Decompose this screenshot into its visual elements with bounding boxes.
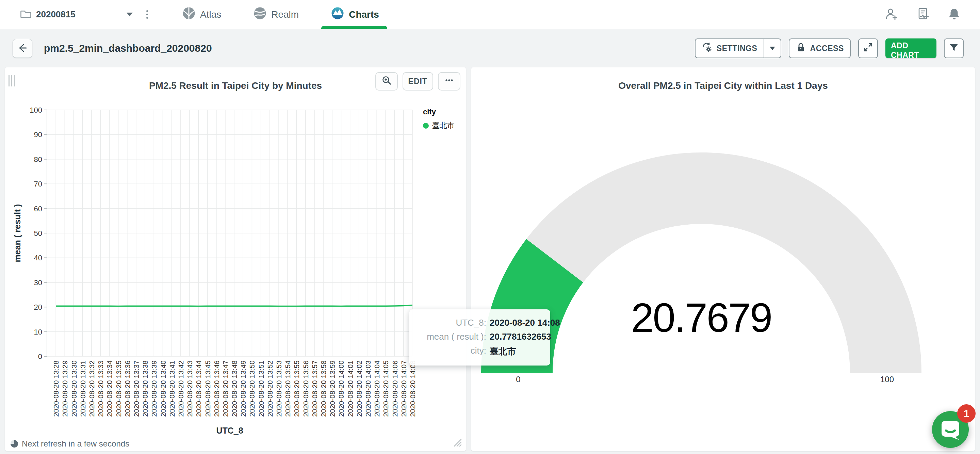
line-chart[interactable]: 2020-08-20 13:282020-08-20 13:292020-08-… — [5, 105, 466, 436]
chart-legend: city 臺北市 — [423, 108, 455, 131]
svg-text:10: 10 — [34, 328, 42, 336]
chat-launcher-button[interactable]: 1 — [931, 411, 969, 449]
svg-text:2020-08-20 13:30: 2020-08-20 13:30 — [70, 360, 78, 417]
gauge-max-label: 100 — [880, 375, 894, 384]
svg-text:2020-08-20 14:05: 2020-08-20 14:05 — [382, 360, 390, 417]
funnel-icon — [949, 42, 959, 54]
svg-text:2020-08-20 13:53: 2020-08-20 13:53 — [275, 360, 283, 417]
zoom-chart-button[interactable] — [375, 72, 398, 91]
legend-entry-label: 臺北市 — [432, 121, 455, 131]
svg-text:2020-08-20 13:50: 2020-08-20 13:50 — [248, 360, 256, 417]
realm-icon — [253, 6, 267, 22]
card-resize-handle[interactable] — [450, 435, 463, 449]
tab-atlas[interactable]: Atlas — [182, 0, 221, 29]
refresh-timer-icon — [11, 440, 18, 448]
svg-text:60: 60 — [34, 204, 42, 213]
charts-icon — [331, 6, 344, 22]
svg-text:2020-08-20 13:28: 2020-08-20 13:28 — [52, 360, 60, 417]
svg-text:2020-08-20 13:56: 2020-08-20 13:56 — [302, 360, 310, 417]
svg-text:30: 30 — [34, 279, 42, 287]
svg-text:2020-08-20 13:35: 2020-08-20 13:35 — [115, 360, 123, 417]
document-pulse-icon — [916, 7, 930, 22]
arrow-left-icon — [17, 42, 28, 55]
svg-text:2020-08-20 13:36: 2020-08-20 13:36 — [124, 360, 131, 417]
svg-text:2020-08-20 13:45: 2020-08-20 13:45 — [204, 360, 212, 417]
settings-button[interactable]: SETTINGS — [695, 38, 764, 58]
svg-text:50: 50 — [34, 229, 42, 237]
svg-text:2020-08-20 13:47: 2020-08-20 13:47 — [221, 360, 229, 417]
svg-text:2020-08-20 14:03: 2020-08-20 14:03 — [364, 360, 372, 417]
expand-icon — [862, 42, 873, 55]
svg-text:2020-08-20 13:37: 2020-08-20 13:37 — [132, 360, 140, 417]
svg-text:2020-08-20 13:41: 2020-08-20 13:41 — [168, 360, 176, 417]
person-add-icon — [885, 7, 898, 22]
project-menu-kebab-icon[interactable] — [144, 8, 150, 21]
svg-text:2020-08-20 13:29: 2020-08-20 13:29 — [61, 360, 69, 417]
notifications-button[interactable] — [947, 7, 961, 22]
project-selector[interactable]: 20200815 — [21, 9, 133, 20]
activity-feed-button[interactable] — [916, 7, 930, 22]
svg-text:2020-08-20 14:07: 2020-08-20 14:07 — [400, 360, 408, 417]
svg-text:40: 40 — [34, 253, 42, 262]
atlas-icon — [182, 6, 196, 22]
project-name: 20200815 — [36, 9, 76, 20]
dashboard-title: pm2.5_2min_dashboard_20200820 — [44, 43, 212, 54]
chart-more-button[interactable] — [438, 72, 460, 91]
dashboard-actions: SETTINGS ACCESS — [695, 38, 964, 58]
chat-unread-badge: 1 — [957, 404, 975, 423]
invite-user-button[interactable] — [885, 7, 898, 22]
fullscreen-button[interactable] — [858, 38, 878, 58]
legend-entry: 臺北市 — [423, 121, 455, 131]
tab-realm[interactable]: Realm — [253, 0, 299, 29]
nav-right-icons — [885, 7, 961, 22]
svg-text:2020-08-20 13:59: 2020-08-20 13:59 — [328, 360, 336, 417]
chart-card-gauge: Overall PM2.5 in Taipei City within Last… — [471, 67, 975, 451]
settings-sync-icon — [702, 42, 713, 55]
bell-icon — [947, 7, 961, 22]
chart-card-line: EDIT PM2.5 Result in Taipei City by Minu… — [5, 67, 466, 451]
svg-text:2020-08-20 14:00: 2020-08-20 14:00 — [337, 360, 345, 417]
svg-text:2020-08-20 13:54: 2020-08-20 13:54 — [284, 360, 292, 417]
back-button[interactable] — [13, 39, 32, 58]
edit-chart-button[interactable]: EDIT — [402, 72, 433, 91]
magnifier-plus-icon — [381, 75, 392, 88]
svg-text:UTC_8: UTC_8 — [216, 426, 243, 435]
svg-text:2020-08-20 13:58: 2020-08-20 13:58 — [320, 360, 327, 417]
svg-text:2020-08-20 13:48: 2020-08-20 13:48 — [231, 360, 238, 417]
gauge-value: 20.7679 — [631, 294, 772, 341]
settings-label: SETTINGS — [717, 44, 757, 53]
tab-charts-label: Charts — [349, 9, 379, 20]
svg-text:0: 0 — [38, 352, 42, 361]
svg-text:2020-08-20 13:43: 2020-08-20 13:43 — [186, 360, 194, 417]
lock-icon — [795, 42, 806, 54]
tab-realm-label: Realm — [271, 9, 299, 20]
svg-text:2020-08-20 13:55: 2020-08-20 13:55 — [293, 360, 301, 417]
legend-dot — [423, 123, 429, 129]
svg-text:2020-08-20 14:06: 2020-08-20 14:06 — [391, 360, 399, 417]
chevron-down-icon[interactable] — [127, 13, 133, 16]
gauge-chart[interactable] — [471, 67, 975, 451]
access-label: ACCESS — [810, 44, 844, 53]
access-button[interactable]: ACCESS — [789, 38, 851, 58]
svg-text:2020-08-20 13:51: 2020-08-20 13:51 — [257, 360, 265, 417]
gauge-min-label: 0 — [516, 375, 520, 384]
chevron-down-icon — [770, 47, 775, 50]
charts-app: 20200815 Atlas — [0, 0, 980, 454]
ellipsis-icon — [444, 75, 455, 88]
svg-text:2020-08-20 13:32: 2020-08-20 13:32 — [88, 360, 95, 417]
settings-dropdown-button[interactable] — [764, 38, 781, 58]
svg-text:2020-08-20 14:04: 2020-08-20 14:04 — [373, 360, 381, 417]
svg-text:2020-08-20 13:33: 2020-08-20 13:33 — [97, 360, 105, 417]
svg-text:90: 90 — [34, 131, 42, 139]
legend-title: city — [423, 108, 455, 116]
refresh-status-bar: Next refresh in a few seconds — [5, 436, 466, 451]
filter-button[interactable] — [944, 38, 964, 58]
svg-text:2020-08-20 13:40: 2020-08-20 13:40 — [159, 360, 167, 417]
svg-text:2020-08-20 13:52: 2020-08-20 13:52 — [266, 360, 274, 417]
tab-charts[interactable]: Charts — [331, 0, 379, 29]
add-chart-button[interactable]: ADD CHART — [885, 38, 937, 58]
svg-text:2020-08-20 13:46: 2020-08-20 13:46 — [213, 360, 221, 417]
settings-split-button: SETTINGS — [695, 38, 781, 58]
svg-text:2020-08-20 14:01: 2020-08-20 14:01 — [347, 360, 354, 417]
svg-text:2020-08-20 13:44: 2020-08-20 13:44 — [195, 360, 202, 417]
